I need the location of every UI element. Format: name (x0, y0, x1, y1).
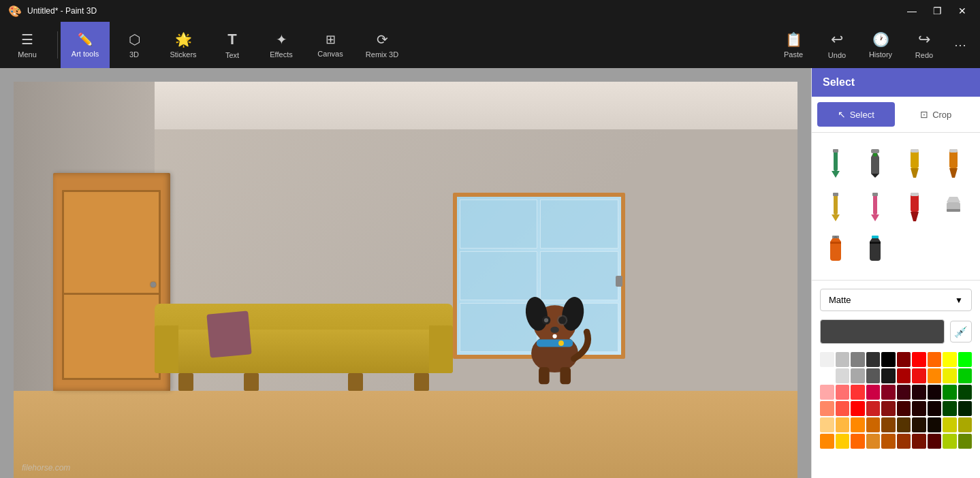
redo-button[interactable]: ↪ Redo (902, 22, 946, 68)
color-cell[interactable] (820, 401, 834, 416)
color-cell[interactable] (851, 385, 865, 400)
color-cell[interactable] (928, 417, 942, 432)
toolbar-item-3d[interactable]: ⬡ 3D (110, 22, 159, 68)
tool-pencil-green[interactable] (820, 144, 851, 182)
toolbar-item-stickers[interactable]: 🌟 Stickers (159, 22, 208, 68)
window-pane (540, 200, 618, 249)
color-cell[interactable] (943, 385, 957, 400)
color-cell[interactable] (912, 352, 926, 367)
color-cell[interactable] (836, 385, 850, 400)
color-cell[interactable] (912, 401, 926, 416)
tool-pencil-yellow[interactable] (820, 187, 851, 225)
sofa-leg-4 (414, 373, 429, 391)
toolbar-item-effects[interactable]: ✦ Effects (257, 22, 306, 68)
color-cell[interactable] (958, 352, 973, 367)
color-cell[interactable] (851, 401, 865, 416)
color-cell[interactable] (836, 352, 850, 367)
tool-pen[interactable] (859, 144, 891, 182)
tool-paint-bucket[interactable] (820, 231, 851, 269)
color-cell[interactable] (836, 434, 850, 449)
color-cell[interactable] (881, 417, 896, 432)
paste-button[interactable]: 📋 Paste (772, 22, 815, 68)
color-cell[interactable] (866, 352, 881, 367)
color-cell[interactable] (912, 368, 926, 383)
color-cell[interactable] (820, 417, 834, 432)
canvas-area[interactable]: filehorse.com (0, 68, 811, 478)
toolbar-item-text[interactable]: T Text (208, 22, 257, 68)
tool-marker-yellow[interactable] (899, 144, 930, 182)
color-cell[interactable] (912, 417, 926, 432)
color-cell[interactable] (881, 434, 896, 449)
tab-crop[interactable]: ⊡ Crop (898, 102, 975, 127)
color-cell[interactable] (943, 434, 957, 449)
tool-eraser[interactable] (938, 187, 969, 225)
color-cell[interactable] (897, 417, 911, 432)
color-cell[interactable] (958, 401, 973, 416)
color-cell[interactable] (866, 401, 881, 416)
stickers-icon: 🌟 (175, 31, 192, 48)
color-cell[interactable] (943, 401, 957, 416)
color-cell[interactable] (928, 401, 942, 416)
color-cell[interactable] (866, 417, 881, 432)
history-button[interactable]: 🕐 History (859, 22, 902, 68)
color-cell[interactable] (881, 385, 896, 400)
color-palette (820, 352, 972, 449)
tab-select[interactable]: ↖ Select (817, 102, 895, 127)
color-cell[interactable] (881, 352, 896, 367)
color-cell[interactable] (943, 417, 957, 432)
color-cell[interactable] (912, 434, 926, 449)
tool-fill-dark[interactable] (859, 231, 891, 269)
color-cell[interactable] (866, 385, 881, 400)
color-cell[interactable] (881, 368, 896, 383)
color-cell[interactable] (928, 352, 942, 367)
color-cell[interactable] (897, 352, 911, 367)
color-cell[interactable] (958, 417, 973, 432)
color-cell[interactable] (958, 434, 973, 449)
color-cell[interactable] (866, 368, 881, 383)
color-cell[interactable] (866, 434, 881, 449)
color-cell[interactable] (836, 401, 850, 416)
matte-dropdown[interactable]: Matte ▼ (820, 289, 972, 311)
tool-marker-red[interactable] (899, 187, 930, 225)
color-cell[interactable] (897, 385, 911, 400)
more-button[interactable]: ⋯ (946, 22, 975, 68)
color-cell[interactable] (851, 434, 865, 449)
color-cell[interactable] (912, 385, 926, 400)
toolbar-item-remix3d[interactable]: ⟳ Remix 3D (355, 22, 409, 68)
color-cell[interactable] (851, 368, 865, 383)
color-cell[interactable] (943, 368, 957, 383)
color-cell[interactable] (928, 434, 942, 449)
color-cell[interactable] (928, 385, 942, 400)
color-cell[interactable] (851, 352, 865, 367)
stickers-label: Stickers (170, 50, 196, 59)
remix3d-icon: ⟳ (377, 31, 388, 48)
color-cell[interactable] (897, 401, 911, 416)
color-cell[interactable] (943, 352, 957, 367)
minimize-button[interactable]: — (902, 4, 922, 18)
toolbar-item-canvas[interactable]: ⊞ Canvas (306, 22, 355, 68)
window-pane (460, 200, 538, 249)
color-cell[interactable] (820, 385, 834, 400)
color-cell[interactable] (897, 368, 911, 383)
svg-rect-36 (947, 209, 960, 212)
close-button[interactable]: ✕ (953, 4, 972, 18)
undo-button[interactable]: ↩ Undo (815, 22, 859, 68)
color-cell[interactable] (820, 434, 834, 449)
color-cell[interactable] (820, 352, 834, 367)
color-cell[interactable] (851, 417, 865, 432)
restore-button[interactable]: ❐ (928, 4, 947, 18)
color-cell[interactable] (881, 401, 896, 416)
menu-button[interactable]: ☰ Menu (0, 22, 54, 68)
tool-marker-orange[interactable] (938, 144, 969, 182)
color-cell[interactable] (928, 368, 942, 383)
tool-pencil-pink[interactable] (859, 187, 891, 225)
svg-rect-13 (560, 367, 571, 384)
color-cell[interactable] (897, 434, 911, 449)
color-cell[interactable] (958, 368, 973, 383)
color-cell[interactable] (958, 385, 973, 400)
color-cell[interactable] (836, 368, 850, 383)
color-cell[interactable] (836, 417, 850, 432)
color-cell[interactable] (820, 368, 834, 383)
eyedropper-button[interactable]: 💉 (950, 321, 972, 342)
toolbar-item-art-tools[interactable]: ✏️ Art tools (61, 22, 110, 68)
